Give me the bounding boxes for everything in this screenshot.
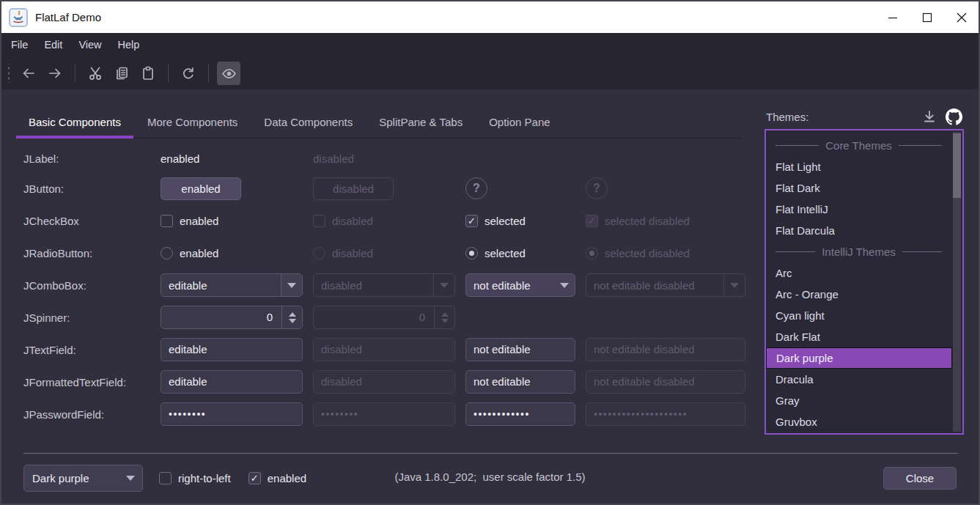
formatted-textfield-not-editable[interactable]: not editable <box>465 370 575 394</box>
theme-item-flat-intellij[interactable]: Flat IntelliJ <box>766 199 952 220</box>
menu-help[interactable]: Help <box>110 33 148 57</box>
help-button-disabled: ? <box>586 177 608 199</box>
tab-basic-components[interactable]: Basic Components <box>16 109 133 138</box>
enabled-button[interactable]: enabled <box>161 177 241 200</box>
textfield-editable[interactable]: editable <box>161 338 303 361</box>
checkbox-selected-disabled: ✓selected disabled <box>586 215 745 227</box>
spinner-enabled[interactable]: 0 <box>161 306 303 329</box>
radio-selected-icon <box>465 247 478 259</box>
refresh-icon <box>181 66 196 81</box>
disabled-button: disabled <box>313 177 394 200</box>
theme-item-arc[interactable]: Arc <box>766 262 952 284</box>
themes-list: Core Themes Flat Light Flat Dark Flat In… <box>765 129 964 435</box>
combobox-disabled: disabled <box>313 273 455 297</box>
combo-arrow-button <box>723 274 745 296</box>
copy-button[interactable] <box>110 62 133 85</box>
scrollbar[interactable] <box>953 132 961 432</box>
paste-button[interactable] <box>136 62 160 85</box>
show-toggle-button[interactable] <box>217 62 240 85</box>
row-label: JSpinner: <box>23 312 150 324</box>
github-icon <box>946 108 962 125</box>
theme-item-dark-purple[interactable]: Dark purple <box>766 347 952 369</box>
checkbox-enabled[interactable]: enabled <box>161 215 303 227</box>
maximize-button[interactable] <box>910 1 944 33</box>
radio-disabled: disabled <box>313 247 455 259</box>
textfield-not-editable[interactable]: not editable <box>465 338 575 361</box>
github-link[interactable] <box>946 108 962 125</box>
theme-item-gruvbox[interactable]: Gruvbox <box>766 411 952 432</box>
cut-icon <box>88 66 103 81</box>
spinner-disabled: 0 <box>313 306 455 329</box>
arrow-right-icon <box>48 66 62 81</box>
cut-button[interactable] <box>84 62 107 85</box>
tab-data-components[interactable]: Data Components <box>251 109 365 138</box>
theme-item-gray[interactable]: Gray <box>766 390 952 411</box>
maximize-icon <box>922 12 932 23</box>
enabled-checkbox[interactable]: ✓enabled <box>248 472 306 484</box>
close-button[interactable]: Close <box>883 467 957 490</box>
toolbar-separator <box>75 64 75 82</box>
checkbox-checked-icon: ✓ <box>248 472 261 484</box>
row-label: JTextField: <box>23 344 150 356</box>
combobox-editable[interactable]: editable <box>161 273 303 297</box>
toolbar-grip[interactable] <box>7 64 11 83</box>
minimize-button[interactable] <box>875 1 910 33</box>
forward-button[interactable] <box>43 62 67 85</box>
paste-icon <box>141 66 155 81</box>
download-button[interactable] <box>922 109 937 124</box>
app-window: FlatLaf Demo File Edit View Help <box>0 0 980 505</box>
theme-item-arc-orange[interactable]: Arc - Orange <box>766 284 952 305</box>
combo-arrow-button[interactable] <box>119 476 142 481</box>
theme-item-cyan-light[interactable]: Cyan light <box>766 305 952 326</box>
close-window-button[interactable] <box>944 1 979 33</box>
help-button[interactable]: ? <box>465 177 487 199</box>
radio-selected[interactable]: selected <box>465 247 575 259</box>
refresh-button[interactable] <box>177 62 200 85</box>
radio-selected-disabled: selected disabled <box>586 247 745 259</box>
formatted-textfield-editable[interactable]: editable <box>161 370 303 394</box>
theme-item-flat-darcula[interactable]: Flat Darcula <box>766 220 952 241</box>
chevron-down-icon <box>287 283 296 288</box>
menu-view[interactable]: View <box>70 33 109 57</box>
theme-item-dracula[interactable]: Dracula <box>766 369 952 390</box>
theme-item-flat-light[interactable]: Flat Light <box>766 156 952 177</box>
arrow-down-icon <box>289 319 296 323</box>
row-label: JRadioButton: <box>23 247 150 259</box>
textfield-disabled: disabled <box>313 338 455 361</box>
combobox-not-editable-disabled: not editable disabled <box>586 273 745 297</box>
tab-option-pane[interactable]: Option Pane <box>476 109 562 138</box>
toolbar <box>1 57 979 89</box>
tab-splitpane-tabs[interactable]: SplitPane & Tabs <box>366 109 475 138</box>
label-disabled: disabled <box>313 152 455 165</box>
arrow-up-icon <box>289 312 296 317</box>
back-button[interactable] <box>17 62 40 85</box>
checkbox-selected[interactable]: ✓selected <box>465 215 575 227</box>
combo-arrow-button[interactable] <box>281 274 302 296</box>
radio-enabled[interactable]: enabled <box>161 247 303 259</box>
radio-selected-icon <box>586 247 598 259</box>
theme-item-dark-flat[interactable]: Dark Flat <box>766 326 952 347</box>
close-icon <box>957 12 967 23</box>
passwordfield-not-editable-disabled: •••••••••••••••••••• <box>586 402 745 426</box>
textfield-not-editable-disabled: not editable disabled <box>586 338 745 361</box>
theme-item-flat-dark[interactable]: Flat Dark <box>766 177 952 199</box>
theme-selector-combobox[interactable]: Dark purple <box>23 465 143 492</box>
right-to-left-checkbox[interactable]: right-to-left <box>159 472 231 484</box>
eye-icon <box>221 66 237 81</box>
row-label: JFormattedTextField: <box>23 376 150 388</box>
question-icon: ? <box>593 182 600 195</box>
arrow-left-icon <box>21 66 36 81</box>
menu-edit[interactable]: Edit <box>36 33 70 57</box>
menubar: File Edit View Help <box>1 33 979 57</box>
menu-file[interactable]: File <box>3 33 36 57</box>
checkbox-checked-icon: ✓ <box>586 215 598 227</box>
passwordfield-editable[interactable]: •••••••• <box>161 402 303 426</box>
row-label: JPasswordField: <box>23 408 150 421</box>
toolbar-separator <box>208 64 209 82</box>
combobox-not-editable[interactable]: not editable <box>465 273 575 297</box>
scrollbar-thumb[interactable] <box>953 133 961 198</box>
passwordfield-not-editable[interactable]: •••••••••••• <box>465 402 575 426</box>
spinner-buttons[interactable] <box>281 306 302 328</box>
tab-more-components[interactable]: More Components <box>135 109 250 138</box>
combo-arrow-button[interactable] <box>553 274 575 296</box>
